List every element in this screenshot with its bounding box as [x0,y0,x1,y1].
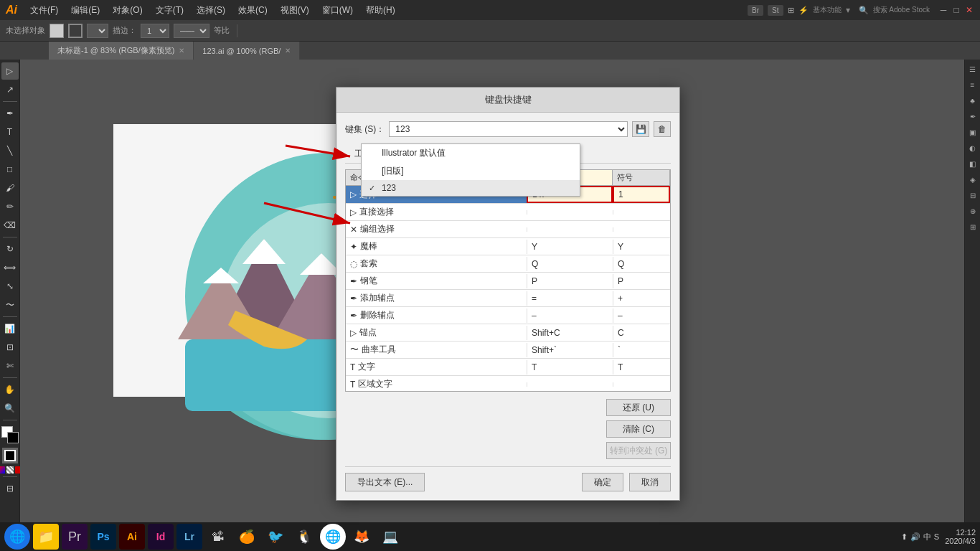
command-row-text[interactable]: T 文字 T T [346,359,670,376]
taskbar-icon-bird[interactable]: 🐦 [263,524,288,550]
right-panel-align[interactable]: ⊟ [966,189,979,202]
taskbar-icon-photoshop[interactable]: Ps [90,524,116,550]
keyset-select[interactable]: 123 [389,121,628,137]
stroke-color-swatch[interactable] [68,24,83,38]
workspace-label[interactable]: 基本功能 [813,5,842,15]
minimize-button[interactable]: ─ [938,5,948,15]
dropdown-item-default[interactable]: Illustrator 默认值 [362,144,580,162]
taskbar-icon-firefox[interactable]: 🦊 [349,524,374,550]
plugin-icon[interactable]: ⚡ [798,6,809,15]
menu-file[interactable]: 文件(F) [24,3,64,18]
right-panel-gradient[interactable]: ◐ [966,141,979,154]
menu-window[interactable]: 窗口(W) [316,3,359,18]
maximize-button[interactable]: □ [951,5,961,15]
keyset-dropdown-list[interactable]: Illustrator 默认值 [旧版] ✓ 123 [361,143,580,197]
tool-pen[interactable]: ✒ [1,105,19,122]
menu-view[interactable]: 视图(V) [275,3,315,18]
taskbar-icon-penguin[interactable]: 🐧 [291,524,317,550]
command-row-magic[interactable]: ✦ 魔棒 Y Y [346,238,670,255]
color-swatches[interactable] [1,426,19,443]
taskbar-icon-lightroom[interactable]: Lr [176,524,202,550]
fill-stroke-box[interactable] [2,448,18,463]
taskbar-icon-fruit[interactable]: 🍊 [234,524,260,550]
tab-untitled-close[interactable]: ✕ [179,47,184,55]
right-panel-swatch[interactable]: ▣ [966,126,979,138]
fill-color-swatch[interactable] [50,24,64,38]
tool-eraser[interactable]: ⌫ [1,217,19,234]
taskbar-icon-files[interactable]: 📁 [33,524,59,550]
menu-effect[interactable]: 效果(C) [232,3,273,18]
command-row-direct[interactable]: ▷ 直接选择 [346,204,670,221]
command-row-lasso[interactable]: ◌ 套索 Q Q [346,255,670,273]
taskbar-icon-browser[interactable]: 🌐 [4,524,30,550]
command-row-addanchor[interactable]: ✒ 添加辅点 = + [346,290,670,307]
command-row-group[interactable]: ✕ 编组选择 [346,221,670,238]
tool-hand[interactable]: ✋ [1,381,19,398]
command-row-curvature[interactable]: 〜 曲率工具 Shift+` ` [346,342,670,359]
tool-artboard[interactable]: ⊡ [1,339,19,356]
tool-type[interactable]: T [1,123,19,141]
right-panel-properties[interactable]: ≡ [966,78,979,91]
pattern-icon[interactable] [6,466,14,474]
keyset-save-button[interactable]: 💾 [632,121,649,137]
taskbar-icon-indesign[interactable]: Id [148,524,174,550]
menu-object[interactable]: 对象(O) [107,3,148,18]
tool-paintbrush[interactable]: 🖌 [1,179,19,197]
command-table-wrapper[interactable]: 命令 快捷键 符号 ▷ 选择 1 x 1 [345,169,671,392]
clear-button[interactable]: 清除 (C) [606,420,671,438]
tool-zoom[interactable]: 🔍 [1,400,19,417]
menu-edit[interactable]: 编辑(E) [65,3,105,18]
taskbar-icon-premiere[interactable]: Pr [62,524,88,550]
taskbar-icon-video[interactable]: 📽 [205,524,231,550]
menu-help[interactable]: 帮助(H) [360,3,401,18]
tool-change-screen[interactable]: ⊟ [1,480,19,497]
tool-rotate[interactable]: ↻ [1,240,19,258]
tool-pencil[interactable]: ✏ [1,198,19,215]
dropdown-item-123[interactable]: ✓ 123 [362,180,580,196]
menu-text[interactable]: 文字(T) [150,3,189,18]
search-icon[interactable]: 🔍 [859,6,869,15]
stroke-size-select[interactable]: 1 pt [141,24,169,38]
tool-slice[interactable]: ✄ [1,357,19,375]
tool-mirror[interactable]: ⟺ [1,259,19,276]
tool-select[interactable]: ▷ [1,62,19,80]
tool-warp[interactable]: 〜 [1,296,19,314]
export-text-button[interactable]: 导出文本 (E)... [345,473,425,491]
tool-scale[interactable]: ⤡ [1,278,19,295]
command-row-areatext[interactable]: T 区域文字 [346,376,670,392]
restore-button[interactable]: 还原 (U) [606,399,671,416]
right-panel-brush[interactable]: ✒ [966,110,979,123]
tool-line[interactable]: ╲ [1,142,19,159]
cancel-button[interactable]: 取消 [629,473,671,491]
tab-untitled[interactable]: 未标题-1 @ 83% (RGB/像素预览) ✕ [49,42,194,60]
stock-icon[interactable]: St [768,5,783,16]
ok-button[interactable]: 确定 [582,473,623,491]
right-panel-appearance[interactable]: ◈ [966,173,979,186]
command-row-pen[interactable]: ✒ 钢笔 P P [346,273,670,290]
menu-select[interactable]: 选择(S) [191,3,231,18]
keyset-delete-button[interactable]: 🗑 [654,121,671,137]
workspace-dropdown-icon[interactable]: ▾ [846,5,850,15]
taskbar-icon-illustrator[interactable]: Ai [119,524,145,550]
gradient-icon[interactable] [0,466,5,474]
tool-direct-select[interactable]: ↗ [1,81,19,98]
workspace-icon[interactable]: ⊞ [788,6,794,15]
tool-rect[interactable]: □ [1,161,19,178]
close-button[interactable]: ✕ [964,5,974,15]
dropdown-item-legacy[interactable]: [旧版] [362,162,580,180]
right-panel-transparency[interactable]: ◧ [966,157,979,170]
bridge-icon[interactable]: Br [748,5,763,16]
tab-123-close[interactable]: ✕ [285,47,291,55]
goto-button[interactable]: 转到冲突处 (G) [606,442,671,459]
taskbar-icon-chrome[interactable]: 🌐 [320,524,346,550]
right-panel-layers[interactable]: ☰ [966,62,979,75]
right-panel-pathfinder[interactable]: ⊕ [966,204,979,217]
right-panel-libraries[interactable]: ♣ [966,94,979,107]
tab-123[interactable]: 123.ai @ 100% (RGB/ ✕ [194,42,300,60]
stroke-unit-select[interactable]: ───── [174,24,209,38]
command-row-anchor[interactable]: ▷ 锚点 Shift+C C [346,324,670,342]
right-panel-transform[interactable]: ⊞ [966,220,979,233]
command-row-delanchor[interactable]: ✒ 删除辅点 – – [346,307,670,324]
tool-graph[interactable]: 📊 [1,320,19,337]
stroke-type-select[interactable]: ─ [87,24,108,38]
